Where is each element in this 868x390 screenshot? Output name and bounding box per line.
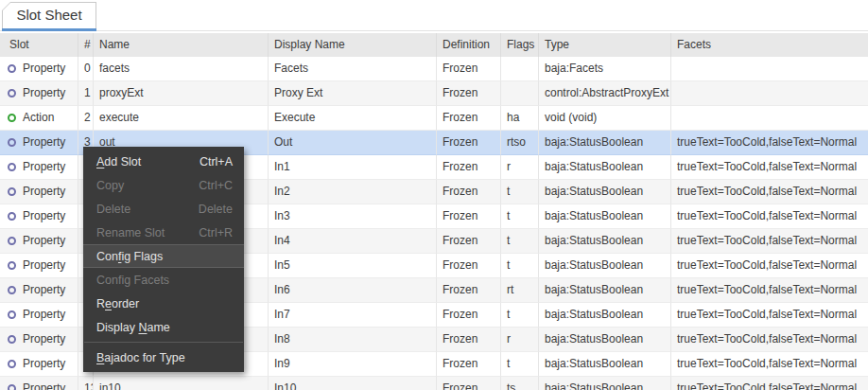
property-slot-icon <box>8 212 16 221</box>
cell-slot: Property <box>0 155 78 180</box>
table-row-facets[interactable]: Property0facetsFacetsFrozenbaja:Facets <box>0 57 868 81</box>
property-slot-icon <box>8 138 16 147</box>
menu-item-label: Copy <box>96 179 124 192</box>
property-slot-icon <box>8 261 16 270</box>
cell-flags: t <box>500 229 538 254</box>
cell-type: baja:StatusBoolean <box>538 254 670 278</box>
cell-display: Execute <box>268 106 436 131</box>
cell-type: baja:StatusBoolean <box>538 352 670 377</box>
slot-kind-label: Property <box>23 352 65 376</box>
cell-num: 13 <box>78 377 93 390</box>
cell-slot: Property <box>0 229 78 254</box>
column-header-name[interactable]: Name <box>93 33 268 57</box>
cell-display: In1 <box>268 155 436 180</box>
cell-num: 1 <box>78 81 93 106</box>
slot-kind-label: Property <box>23 303 65 327</box>
cell-facets: trueText=TooCold,falseText=Normal <box>670 180 868 204</box>
cell-definition: Frozen <box>436 377 500 390</box>
cell-display: In7 <box>268 303 436 328</box>
cell-type: baja:Facets <box>538 57 670 81</box>
column-header-facets[interactable]: Facets <box>670 33 868 57</box>
cell-flags <box>500 81 538 106</box>
cell-definition: Frozen <box>436 204 500 229</box>
menu-item-reorder[interactable]: Reorder <box>83 292 244 315</box>
cell-type: baja:StatusBoolean <box>538 131 670 155</box>
cell-type: baja:StatusBoolean <box>538 229 670 254</box>
cell-slot: Property <box>0 180 78 204</box>
slot-sheet-view: Slot Sheet Slot#NameDisplay NameDefiniti… <box>0 0 868 390</box>
tab-bar: Slot Sheet <box>0 0 868 31</box>
property-slot-icon <box>8 64 16 73</box>
slot-kind-label: Property <box>23 131 65 154</box>
cell-flags: r <box>500 155 538 180</box>
table-row-proxyExt[interactable]: Property1proxyExtProxy ExtFrozencontrol:… <box>0 81 868 106</box>
menu-item-label: Add Slot <box>96 155 141 168</box>
cell-slot: Action <box>0 106 78 131</box>
cell-flags: t <box>500 180 538 204</box>
menu-item-bajadoc-for-type[interactable]: Bajadoc for Type <box>83 346 244 369</box>
column-header-num[interactable]: # <box>78 33 93 57</box>
cell-definition: Frozen <box>436 106 500 131</box>
table-row-execute[interactable]: Action2executeExecuteFrozenhavoid (void) <box>0 106 868 131</box>
cell-definition: Frozen <box>436 155 500 180</box>
cell-facets: trueText=TooCold,falseText=Normal <box>670 254 868 278</box>
menu-item-shortcut: Ctrl+R <box>199 226 233 239</box>
table-row-in10[interactable]: Property13in10In10Frozentsbaja:StatusBoo… <box>0 377 868 390</box>
slot-kind-label: Property <box>23 155 65 179</box>
context-menu: Add SlotCtrl+ACopyCtrl+CDeleteDeleteRena… <box>83 147 244 372</box>
cell-slot: Property <box>0 131 78 155</box>
cell-facets: trueText=TooCold,falseText=Normal <box>670 278 868 303</box>
cell-name: proxyExt <box>93 81 268 106</box>
cell-definition: Frozen <box>436 57 500 81</box>
menu-item-display-name[interactable]: Display Name <box>83 315 244 339</box>
property-slot-icon <box>8 360 16 368</box>
menu-item-label: Reorder <box>96 297 139 310</box>
column-header-display[interactable]: Display Name <box>268 33 436 57</box>
slot-kind-label: Property <box>23 204 65 228</box>
cell-facets: trueText=TooCold,falseText=Normal <box>670 155 868 180</box>
cell-definition: Frozen <box>436 254 500 278</box>
cell-slot: Property <box>0 81 78 106</box>
cell-definition: Frozen <box>436 278 500 303</box>
cell-facets: trueText=TooCold,falseText=Normal <box>670 131 868 155</box>
menu-item-config-flags[interactable]: Config Flags <box>83 244 244 268</box>
cell-type: void (void) <box>538 106 670 131</box>
tab-slot-sheet[interactable]: Slot Sheet <box>2 2 96 31</box>
cell-facets: trueText=TooCold,falseText=Normal <box>670 229 868 254</box>
column-header-flags[interactable]: Flags <box>500 33 538 57</box>
cell-flags: t <box>500 204 538 229</box>
slot-kind-label: Property <box>23 180 65 204</box>
column-header-type[interactable]: Type <box>538 33 670 57</box>
cell-flags: r <box>500 328 538 352</box>
menu-item-label: Config Facets <box>96 274 169 287</box>
slot-kind-label: Property <box>23 229 65 253</box>
cell-flags: rtso <box>500 131 538 155</box>
cell-type: baja:StatusBoolean <box>538 155 670 180</box>
cell-flags <box>500 57 538 81</box>
column-header-definition[interactable]: Definition <box>436 33 500 57</box>
slot-kind-label: Property <box>23 254 65 277</box>
slot-kind-label: Action <box>23 106 54 130</box>
slot-kind-label: Property <box>23 377 65 390</box>
menu-item-rename-slot: Rename SlotCtrl+R <box>83 221 244 244</box>
property-slot-icon <box>8 187 16 196</box>
cell-definition: Frozen <box>436 328 500 352</box>
cell-slot: Property <box>0 303 78 328</box>
cell-display: In3 <box>268 204 436 229</box>
menu-item-shortcut: Ctrl+A <box>200 155 233 168</box>
slot-kind-label: Property <box>23 278 65 302</box>
menu-item-label: Bajadoc for Type <box>96 351 185 364</box>
menu-item-shortcut: Ctrl+C <box>199 179 233 192</box>
menu-item-label: Display Name <box>96 321 170 334</box>
cell-flags: ha <box>500 106 538 131</box>
cell-display: In4 <box>268 229 436 254</box>
cell-definition: Frozen <box>436 131 500 155</box>
column-header-slot[interactable]: Slot <box>0 33 78 57</box>
menu-item-add-slot[interactable]: Add SlotCtrl+A <box>83 150 244 173</box>
cell-slot: Property <box>0 352 78 377</box>
cell-type: baja:StatusBoolean <box>538 278 670 303</box>
cell-display: In5 <box>268 254 436 278</box>
cell-type: baja:StatusBoolean <box>538 180 670 204</box>
menu-item-config-facets: Config Facets <box>83 268 244 292</box>
cell-facets <box>670 106 868 131</box>
